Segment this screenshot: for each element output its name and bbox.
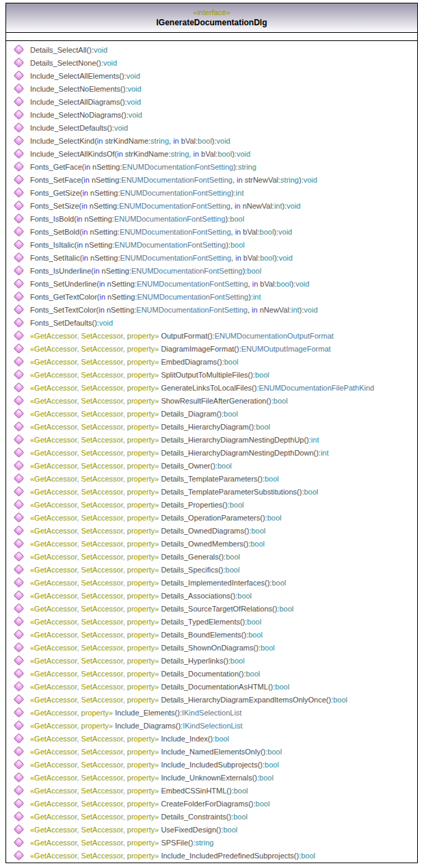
operation-row[interactable]: «GetAccessor, SetAccessor, property» Inc… bbox=[6, 771, 417, 784]
operation-row[interactable]: «GetAccessor, SetAccessor, property» Out… bbox=[6, 329, 417, 342]
operation-row[interactable]: Details_SelectNone():void bbox=[6, 56, 417, 69]
operation-row[interactable]: «GetAccessor, property» Include_Elements… bbox=[6, 706, 417, 719]
operation-row[interactable]: «GetAccessor, SetAccessor, property» Emb… bbox=[6, 355, 417, 368]
operation-row[interactable]: Fonts_IsBold(in nSetting:ENUMDocumentati… bbox=[6, 212, 417, 225]
operation-row[interactable]: «GetAccessor, SetAccessor, property» Det… bbox=[6, 537, 417, 550]
operation-row[interactable]: Include_SelectAllKindsOf(in strKindName:… bbox=[6, 147, 417, 160]
operation-signature: «GetAccessor, SetAccessor, property» Det… bbox=[30, 514, 281, 522]
operation-row[interactable]: «GetAccessor, SetAccessor, property» Inc… bbox=[6, 732, 417, 745]
operation-row[interactable]: Fonts_SetBold(in nSetting:ENUMDocumentat… bbox=[6, 225, 417, 238]
operation-signature: Include_SelectNoDiagrams():void bbox=[30, 111, 142, 119]
operation-row[interactable]: «GetAccessor, SetAccessor, property» Det… bbox=[6, 680, 417, 693]
operation-row[interactable]: «GetAccessor, SetAccessor, property» Det… bbox=[6, 498, 417, 511]
operation-row[interactable]: «GetAccessor, SetAccessor, property» Det… bbox=[6, 654, 417, 667]
protected-visibility-diamond-icon bbox=[14, 811, 25, 822]
operation-row[interactable]: «GetAccessor, SetAccessor, property» Det… bbox=[6, 446, 417, 459]
operation-row[interactable]: Fonts_SetUnderline(in nSetting:ENUMDocum… bbox=[6, 277, 417, 290]
operation-signature: «GetAccessor, SetAccessor, property» Det… bbox=[30, 488, 318, 496]
operation-row[interactable]: «GetAccessor, SetAccessor, property» Det… bbox=[6, 667, 417, 680]
operation-row[interactable]: «GetAccessor, SetAccessor, property» Inc… bbox=[6, 745, 417, 758]
operation-row[interactable]: Fonts_GetTextColor(in nSetting:ENUMDocum… bbox=[6, 290, 417, 303]
operation-row[interactable]: Include_SelectAllDiagrams():void bbox=[6, 95, 417, 108]
protected-visibility-diamond-icon bbox=[14, 512, 25, 523]
operation-row[interactable]: «GetAccessor, SetAccessor, property» Dia… bbox=[6, 342, 417, 355]
protected-visibility-diamond-icon bbox=[14, 70, 25, 81]
protected-visibility-diamond-icon bbox=[14, 434, 25, 445]
operation-row[interactable]: «GetAccessor, SetAccessor, property» Spl… bbox=[6, 368, 417, 381]
operation-row[interactable]: «GetAccessor, SetAccessor, property» SPS… bbox=[6, 836, 417, 849]
operation-row[interactable]: «GetAccessor, SetAccessor, property» Det… bbox=[6, 459, 417, 472]
operation-row[interactable]: Include_SelectNoDiagrams():void bbox=[6, 108, 417, 121]
operation-row[interactable]: Include_SelectNoElements():void bbox=[6, 82, 417, 95]
operation-signature: «GetAccessor, SetAccessor, property» Det… bbox=[30, 592, 252, 600]
operation-row[interactable]: Include_SelectAllElements():void bbox=[6, 69, 417, 82]
operation-row[interactable]: «GetAccessor, SetAccessor, property» Emb… bbox=[6, 784, 417, 797]
operation-row[interactable]: «GetAccessor, SetAccessor, property» Use… bbox=[6, 823, 417, 836]
operation-signature: Fonts_SetItalic(in nSetting:ENUMDocument… bbox=[30, 254, 293, 262]
operation-row[interactable]: «GetAccessor, SetAccessor, property» Cre… bbox=[6, 797, 417, 810]
operation-row[interactable]: «GetAccessor, SetAccessor, property» Det… bbox=[6, 433, 417, 446]
protected-visibility-diamond-icon bbox=[14, 759, 25, 770]
operation-row[interactable]: «GetAccessor, SetAccessor, property» Det… bbox=[6, 485, 417, 498]
operation-row[interactable]: «GetAccessor, SetAccessor, property» Inc… bbox=[6, 849, 417, 862]
operation-signature: «GetAccessor, SetAccessor, property» Sho… bbox=[30, 397, 288, 405]
operation-signature: «GetAccessor, SetAccessor, property» Out… bbox=[30, 332, 334, 340]
operation-row[interactable]: «GetAccessor, SetAccessor, property» Inc… bbox=[6, 758, 417, 771]
operation-row[interactable]: «GetAccessor, SetAccessor, property» Det… bbox=[6, 550, 417, 563]
protected-visibility-diamond-icon bbox=[14, 408, 25, 419]
operation-row[interactable]: «GetAccessor, SetAccessor, property» Det… bbox=[6, 693, 417, 706]
operation-row[interactable]: «GetAccessor, SetAccessor, property» Det… bbox=[6, 615, 417, 628]
operation-row[interactable]: «GetAccessor, property» Include_Diagrams… bbox=[6, 719, 417, 732]
classbox-header[interactable]: «interface» IGenerateDocumentationDlg bbox=[6, 3, 417, 33]
operation-row[interactable]: Details_SelectAll():void bbox=[6, 43, 417, 56]
operation-row[interactable]: Fonts_GetSize(in nSetting:ENUMDocumentat… bbox=[6, 186, 417, 199]
operation-row[interactable]: «GetAccessor, SetAccessor, property» Det… bbox=[6, 628, 417, 641]
protected-visibility-diamond-icon bbox=[14, 265, 25, 276]
operation-row[interactable]: «GetAccessor, SetAccessor, property» Det… bbox=[6, 641, 417, 654]
operation-signature: «GetAccessor, SetAccessor, property» Det… bbox=[30, 644, 275, 652]
operation-row[interactable]: «GetAccessor, SetAccessor, property» Det… bbox=[6, 589, 417, 602]
protected-visibility-diamond-icon bbox=[14, 486, 25, 497]
operation-signature: «GetAccessor, SetAccessor, property» Det… bbox=[30, 423, 270, 431]
operation-row[interactable]: «GetAccessor, SetAccessor, property» Det… bbox=[6, 407, 417, 420]
operation-signature: Include_SelectAllDiagrams():void bbox=[30, 98, 141, 106]
operation-row[interactable]: Fonts_SetItalic(in nSetting:ENUMDocument… bbox=[6, 251, 417, 264]
operation-row[interactable]: «GetAccessor, SetAccessor, property» Det… bbox=[6, 524, 417, 537]
operation-row[interactable]: «GetAccessor, SetAccessor, property» Det… bbox=[6, 602, 417, 615]
protected-visibility-diamond-icon bbox=[14, 551, 25, 562]
operation-row[interactable]: Include_SelectKind(in strKindName:string… bbox=[6, 134, 417, 147]
protected-visibility-diamond-icon bbox=[14, 577, 25, 588]
protected-visibility-diamond-icon bbox=[14, 291, 25, 302]
protected-visibility-diamond-icon bbox=[14, 460, 25, 471]
operation-signature: Include_SelectKind(in strKindName:string… bbox=[30, 137, 230, 145]
operation-row[interactable]: «GetAccessor, SetAccessor, property» Det… bbox=[6, 563, 417, 576]
uml-interface-classbox[interactable]: «interface» IGenerateDocumentationDlg De… bbox=[5, 3, 418, 863]
operation-signature: «GetAccessor, SetAccessor, property» Det… bbox=[30, 618, 261, 626]
protected-visibility-diamond-icon bbox=[14, 629, 25, 640]
operation-row[interactable]: «GetAccessor, SetAccessor, property» Sho… bbox=[6, 394, 417, 407]
protected-visibility-diamond-icon bbox=[14, 317, 25, 328]
protected-visibility-diamond-icon bbox=[14, 304, 25, 315]
operation-signature: «GetAccessor, SetAccessor, property» Det… bbox=[30, 683, 289, 691]
operation-signature: «GetAccessor, SetAccessor, property» Det… bbox=[30, 670, 260, 678]
operation-row[interactable]: Fonts_SetTextColor(in nSetting:ENUMDocum… bbox=[6, 303, 417, 316]
operation-row[interactable]: Fonts_SetFace(in nSetting:ENUMDocumentat… bbox=[6, 173, 417, 186]
operation-row[interactable]: Fonts_GetFace(in nSetting:ENUMDocumentat… bbox=[6, 160, 417, 173]
operation-row[interactable]: Fonts_IsUnderline(in nSetting:ENUMDocume… bbox=[6, 264, 417, 277]
protected-visibility-diamond-icon bbox=[14, 616, 25, 627]
operation-row[interactable]: «GetAccessor, SetAccessor, property» Det… bbox=[6, 511, 417, 524]
operation-row[interactable]: Fonts_SetSize(in nSetting:ENUMDocumentat… bbox=[6, 199, 417, 212]
operation-row[interactable]: Include_SelectDefaults():void bbox=[6, 121, 417, 134]
operation-row[interactable]: «GetAccessor, SetAccessor, property» Det… bbox=[6, 576, 417, 589]
operation-signature: Details_SelectAll():void bbox=[30, 46, 107, 54]
operation-signature: Fonts_SetDefaults():void bbox=[30, 319, 113, 327]
operation-row[interactable]: Fonts_IsItalic(in nSetting:ENUMDocumenta… bbox=[6, 238, 417, 251]
operation-row[interactable]: «GetAccessor, SetAccessor, property» Det… bbox=[6, 810, 417, 823]
operation-signature: Fonts_SetUnderline(in nSetting:ENUMDocum… bbox=[30, 280, 309, 288]
operation-row[interactable]: Fonts_SetDefaults():void bbox=[6, 316, 417, 329]
operation-signature: Details_SelectNone():void bbox=[30, 59, 117, 67]
operation-row[interactable]: «GetAccessor, SetAccessor, property» Det… bbox=[6, 420, 417, 433]
operation-row[interactable]: «GetAccessor, SetAccessor, property» Gen… bbox=[6, 381, 417, 394]
protected-visibility-diamond-icon bbox=[14, 122, 25, 133]
operation-row[interactable]: «GetAccessor, SetAccessor, property» Det… bbox=[6, 472, 417, 485]
